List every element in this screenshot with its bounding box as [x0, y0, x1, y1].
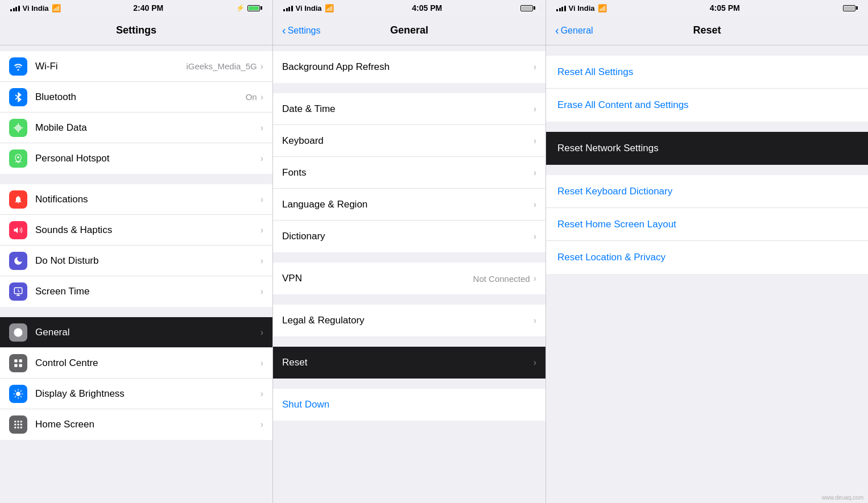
- wifi-label: Wi-Fi: [35, 61, 186, 72]
- sep2: [0, 307, 272, 317]
- home-row[interactable]: Home Screen ›: [0, 409, 272, 440]
- shutdown-row[interactable]: Shut Down: [273, 389, 545, 421]
- reset-network-row[interactable]: Reset Network Settings: [546, 132, 868, 165]
- reset-location-row[interactable]: Reset Location & Privacy: [546, 241, 868, 274]
- sounds-chevron: ›: [261, 225, 263, 235]
- svg-marker-11: [14, 227, 18, 233]
- carrier-left: Vi India: [23, 4, 49, 13]
- panel-right-content[interactable]: Reset All Settings Erase All Content and…: [546, 45, 868, 503]
- date-time-chevron: ›: [534, 104, 536, 114]
- svg-rect-29: [20, 427, 22, 429]
- wifi-row[interactable]: Wi-Fi iGeeks_Media_5G ›: [0, 51, 272, 82]
- nav-bar-right: ‹ General Reset: [546, 16, 868, 45]
- notifications-label: Notifications: [35, 194, 261, 205]
- dnd-chevron: ›: [261, 256, 263, 266]
- vpn-value: Not Connected: [473, 274, 530, 284]
- reset-home-label: Reset Home Screen Layout: [557, 219, 676, 230]
- wifi-chevron: ›: [261, 61, 263, 72]
- back-label-mid: Settings: [288, 26, 321, 36]
- notifications-row[interactable]: Notifications ›: [0, 184, 272, 215]
- panel-left-content[interactable]: Wi-Fi iGeeks_Media_5G › Bluetooth On ›: [0, 45, 272, 503]
- svg-point-10: [17, 156, 19, 159]
- reset-all-row[interactable]: Reset All Settings: [546, 56, 868, 89]
- back-button-right[interactable]: ‹ General: [555, 24, 593, 37]
- sep-right2: [546, 165, 868, 175]
- bg-refresh-chevron: ›: [534, 62, 536, 72]
- legal-chevron: ›: [534, 315, 536, 326]
- bg-refresh-row[interactable]: Background App Refresh ›: [273, 51, 545, 83]
- reset-network-label: Reset Network Settings: [557, 143, 659, 154]
- watermark: www.deuaq.com: [822, 494, 863, 501]
- nav-title-left: Settings: [116, 24, 156, 36]
- date-time-row[interactable]: Date & Time ›: [273, 93, 545, 125]
- dictionary-chevron: ›: [534, 231, 536, 242]
- language-row[interactable]: Language & Region ›: [273, 189, 545, 221]
- display-label: Display & Brightness: [35, 388, 261, 400]
- wifi-icon: [9, 57, 27, 76]
- back-button-middle[interactable]: ‹ Settings: [282, 24, 320, 37]
- bg-refresh-label: Background App Refresh: [282, 61, 534, 73]
- reset-others-group: Reset Keyboard Dictionary Reset Home Scr…: [546, 175, 868, 274]
- panel-right: Vi India 📶 4:05 PM ‹ General Reset Reset…: [546, 0, 868, 503]
- battery-icon-right: [843, 5, 858, 11]
- reset-label-mid: Reset: [282, 357, 534, 368]
- bg-refresh-group: Background App Refresh ›: [273, 51, 545, 83]
- fonts-label: Fonts: [282, 167, 534, 178]
- time-mid: 4:05 PM: [412, 3, 442, 13]
- sep-mid2: [273, 252, 545, 263]
- home-label: Home Screen: [35, 419, 261, 430]
- panel-left: Vi India 📶 2:40 PM ⚡ Settings: [0, 0, 273, 503]
- wifi-icon-mid: 📶: [325, 4, 334, 13]
- datetime-group: Date & Time › Keyboard › Fonts › Languag…: [273, 93, 545, 252]
- carrier-right: Vi India: [569, 4, 595, 13]
- hotspot-row[interactable]: Personal Hotspot ›: [0, 143, 272, 174]
- panel-middle-content[interactable]: Background App Refresh › Date & Time › K…: [273, 45, 545, 503]
- erase-all-row[interactable]: Erase All Content and Settings: [546, 89, 868, 122]
- bluetooth-icon: [9, 88, 27, 106]
- legal-row[interactable]: Legal & Regulatory ›: [273, 305, 545, 336]
- dnd-icon: [9, 252, 27, 270]
- general-chevron: ›: [261, 327, 263, 338]
- bluetooth-row[interactable]: Bluetooth On ›: [0, 82, 272, 113]
- reset-location-label: Reset Location & Privacy: [557, 252, 666, 263]
- vpn-chevron: ›: [534, 273, 536, 284]
- vpn-group: VPN Not Connected ›: [273, 263, 545, 294]
- reset-top-group: Reset All Settings Erase All Content and…: [546, 56, 868, 122]
- battery-icon-left: [247, 5, 262, 11]
- control-icon: [9, 354, 27, 372]
- reset-keyboard-row[interactable]: Reset Keyboard Dictionary: [546, 175, 868, 208]
- system-group: Notifications › Sounds & Haptics ›: [0, 184, 272, 307]
- reset-row-mid[interactable]: Reset ›: [273, 347, 545, 379]
- status-right-left: ⚡: [236, 4, 262, 12]
- screentime-label: Screen Time: [35, 286, 261, 297]
- mobile-row[interactable]: Mobile Data ›: [0, 113, 272, 143]
- control-row[interactable]: Control Centre ›: [0, 348, 272, 379]
- signal-icon: [10, 5, 20, 11]
- dnd-row[interactable]: Do Not Disturb ›: [0, 246, 272, 276]
- svg-line-2: [15, 97, 18, 99]
- sounds-row[interactable]: Sounds & Haptics ›: [0, 215, 272, 246]
- dictionary-row[interactable]: Dictionary ›: [273, 221, 545, 252]
- home-chevron: ›: [261, 419, 263, 430]
- bluetooth-label: Bluetooth: [35, 92, 246, 103]
- general-icon: [9, 323, 27, 342]
- notifications-chevron: ›: [261, 194, 263, 205]
- svg-rect-23: [20, 421, 22, 422]
- reset-all-label: Reset All Settings: [557, 66, 633, 78]
- keyboard-row[interactable]: Keyboard ›: [273, 125, 545, 157]
- sounds-icon: [9, 221, 27, 239]
- screentime-row[interactable]: Screen Time ›: [0, 276, 272, 307]
- fonts-row[interactable]: Fonts ›: [273, 157, 545, 189]
- sep1: [0, 174, 272, 184]
- legal-label: Legal & Regulatory: [282, 315, 534, 326]
- sep-mid3: [273, 294, 545, 305]
- wifi-value: iGeeks_Media_5G: [186, 61, 257, 71]
- reset-home-row[interactable]: Reset Home Screen Layout: [546, 208, 868, 241]
- sep3: [0, 440, 272, 450]
- display-row[interactable]: Display & Brightness ›: [0, 379, 272, 409]
- vpn-row[interactable]: VPN Not Connected ›: [273, 263, 545, 294]
- nav-title-middle: General: [390, 24, 428, 36]
- general-row[interactable]: General ›: [0, 317, 272, 348]
- shutdown-group: Shut Down: [273, 389, 545, 421]
- legal-group: Legal & Regulatory ›: [273, 305, 545, 336]
